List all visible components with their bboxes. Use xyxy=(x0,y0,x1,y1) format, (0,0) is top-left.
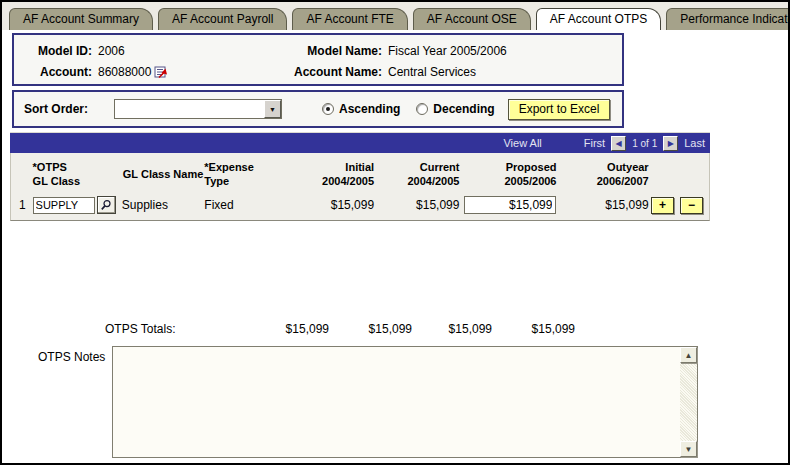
tab-performance-indicators[interactable]: Performance Indicators xyxy=(666,8,790,30)
tab-af-account-payroll[interactable]: AF Account Payroll xyxy=(158,8,287,30)
totals-current: $15,099 xyxy=(329,322,412,336)
account-name-label: Account Name: xyxy=(286,65,382,79)
ascending-radio[interactable]: Ascending xyxy=(322,102,400,116)
model-id-value: 2006 xyxy=(98,44,286,58)
table-row: 1 Supplies Fixed $15,099 $15,099 xyxy=(15,196,705,214)
proposed-input[interactable] xyxy=(464,196,556,214)
otps-notes-textarea[interactable] xyxy=(113,347,680,457)
model-name-value: Fiscal Year 2005/2006 xyxy=(388,44,507,58)
col-label: *OTPS xyxy=(33,160,81,174)
grid-header-row: *OTPS GL Class GL Class Name *Expense Ty… xyxy=(15,159,705,189)
col-current: Current 2004/2005 xyxy=(374,160,459,188)
gl-class-name-cell: Supplies xyxy=(122,198,204,212)
model-id-label: Model ID: xyxy=(14,44,92,58)
col-initial: Initial 2004/2005 xyxy=(282,160,374,188)
transfer-icon[interactable] xyxy=(154,65,168,79)
col-outyear: Outyear 2006/2007 xyxy=(556,160,648,188)
gl-class-input[interactable] xyxy=(33,197,95,214)
col-label: 2004/2005 xyxy=(374,174,459,188)
totals-initial: $15,099 xyxy=(226,322,329,336)
sort-panel: Sort Order: ▼ Ascending Decending Export… xyxy=(12,90,624,128)
expense-type-cell: Fixed xyxy=(204,198,282,212)
account-name-value: Central Services xyxy=(388,65,476,79)
export-to-excel-button[interactable]: Export to Excel xyxy=(508,99,611,120)
col-label: Proposed xyxy=(459,160,556,174)
col-label: 2005/2006 xyxy=(459,174,556,188)
totals-outyear: $15,099 xyxy=(492,322,575,336)
account-value: 86088000 xyxy=(98,65,151,79)
model-name-label: Model Name: xyxy=(286,44,382,58)
col-expense-type: *Expense Type xyxy=(204,160,282,188)
tab-af-account-fte[interactable]: AF Account FTE xyxy=(292,8,407,30)
col-label: *Expense xyxy=(204,160,282,174)
col-label: GL Class xyxy=(33,174,81,188)
tab-af-account-summary[interactable]: AF Account Summary xyxy=(9,8,153,30)
radio-button-icon[interactable] xyxy=(416,103,428,115)
otps-totals-label: OTPS Totals: xyxy=(105,322,226,336)
model-row: Model ID: 2006 Model Name: Fiscal Year 2… xyxy=(14,40,622,61)
last-link[interactable]: Last xyxy=(684,137,705,149)
af-account-otps-page: AF Account Summary AF Account Payroll AF… xyxy=(0,0,790,465)
col-label: Current xyxy=(374,160,459,174)
current-cell: $15,099 xyxy=(374,198,459,212)
model-info-panel: Model ID: 2006 Model Name: Fiscal Year 2… xyxy=(12,33,624,86)
account-row: Account: 86088000 Account Name: Central … xyxy=(14,61,622,82)
view-all-link[interactable]: View All xyxy=(503,137,541,149)
chevron-down-icon[interactable]: ▼ xyxy=(264,100,281,118)
magnifier-icon[interactable] xyxy=(97,196,116,214)
col-proposed: Proposed 2005/2006 xyxy=(459,160,556,188)
sort-order-value xyxy=(115,100,264,118)
decending-radio[interactable]: Decending xyxy=(416,102,494,116)
col-gl-class-name: GL Class Name xyxy=(122,167,204,181)
tab-bar: AF Account Summary AF Account Payroll AF… xyxy=(2,2,788,30)
col-label: GL Class Name xyxy=(122,167,204,181)
otps-totals-row: OTPS Totals: $15,099 $15,099 $15,099 $15… xyxy=(105,322,575,336)
col-label: Type xyxy=(204,174,282,188)
first-link[interactable]: First xyxy=(584,137,605,149)
initial-cell: $15,099 xyxy=(282,198,374,212)
outyear-cell: $15,099 xyxy=(556,198,648,212)
account-label: Account: xyxy=(14,65,92,79)
add-row-button[interactable]: + xyxy=(651,197,674,214)
page-indicator: 1 of 1 xyxy=(632,138,657,149)
totals-proposed: $15,099 xyxy=(412,322,492,336)
tab-af-account-otps[interactable]: AF Account OTPS xyxy=(536,8,661,30)
otps-notes-label: OTPS Notes xyxy=(38,350,105,364)
scroll-down-icon[interactable]: ▼ xyxy=(680,441,697,457)
sort-order-select[interactable]: ▼ xyxy=(114,99,282,119)
radio-button-icon[interactable] xyxy=(322,103,334,115)
decending-label: Decending xyxy=(433,102,494,116)
delete-row-button[interactable]: − xyxy=(680,197,703,214)
row-number: 1 xyxy=(15,198,33,212)
otps-notes-box: ▲ ▼ xyxy=(112,346,698,458)
sort-order-label: Sort Order: xyxy=(24,102,106,116)
otps-grid: View All First ◀ 1 of 1 ▶ Last *OTPS GL … xyxy=(10,132,710,221)
prev-page-icon[interactable]: ◀ xyxy=(611,136,626,151)
col-label: 2006/2007 xyxy=(556,174,648,188)
tab-af-account-ose[interactable]: AF Account OSE xyxy=(413,8,531,30)
col-label: Outyear xyxy=(556,160,648,174)
next-page-icon[interactable]: ▶ xyxy=(663,136,678,151)
grid-nav-bar: View All First ◀ 1 of 1 ▶ Last xyxy=(10,133,710,153)
col-label: Initial xyxy=(282,160,374,174)
col-label: 2004/2005 xyxy=(282,174,374,188)
col-otps-gl-class: *OTPS GL Class xyxy=(33,160,122,188)
grid-body: *OTPS GL Class GL Class Name *Expense Ty… xyxy=(10,153,710,221)
scroll-up-icon[interactable]: ▲ xyxy=(680,347,697,363)
ascending-label: Ascending xyxy=(339,102,400,116)
notes-scrollbar[interactable]: ▲ ▼ xyxy=(680,347,697,457)
